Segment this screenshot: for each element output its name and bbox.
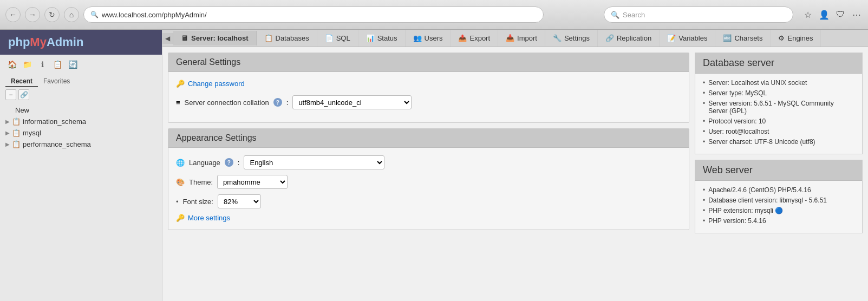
db-server-text-3: Server version: 5.6.51 - MySQL Community… (708, 100, 854, 115)
nav-tab-variables[interactable]: 📝 Variables (660, 30, 715, 47)
more-settings-link[interactable]: 🔑 More settings (176, 214, 681, 222)
web-server-item-1: • Apache/2.4.6 (CentOS) PHP/5.4.16 (703, 186, 854, 194)
language-select[interactable]: English French German Spanish (244, 155, 384, 169)
tab-recent[interactable]: Recent (5, 76, 38, 87)
settings-label: Settings (564, 34, 590, 42)
general-settings-title: General Settings (168, 53, 689, 72)
tab-favorites[interactable]: Favorites (38, 76, 75, 87)
phpmyadmin-logo: phpMyAdmin (8, 35, 83, 49)
star-icon[interactable]: ☆ (802, 9, 814, 21)
expand-icon: ▶ (5, 119, 10, 125)
variables-label: Variables (678, 34, 707, 42)
nav-tab-charsets[interactable]: 🔤 Charsets (715, 30, 771, 47)
web-server-text-3: PHP extension: mysqli 🔵 (708, 207, 783, 214)
font-size-select[interactable]: 75% 82% 90% 100% (218, 194, 261, 208)
new-database-item[interactable]: New (0, 104, 162, 116)
collation-icon: ≡ (176, 99, 180, 107)
sidebar-controls: − 🔗 (0, 87, 162, 102)
theme-select[interactable]: pmahomme original (217, 175, 288, 189)
appearance-settings-panel: Appearance Settings 🌐 Language ? : Engli… (168, 128, 689, 230)
back-button[interactable]: ← (5, 7, 21, 22)
status-icon: 📊 (366, 34, 375, 42)
search-icon: 🔍 (611, 11, 619, 19)
nav-tab-import[interactable]: 📥 Import (498, 30, 545, 47)
search-bar[interactable]: 🔍 Search (604, 6, 793, 23)
nav-tab-sql[interactable]: 📄 SQL (317, 30, 358, 47)
change-password-link[interactable]: 🔑 Change password (176, 80, 681, 88)
shield-icon[interactable]: 🛡 (834, 9, 846, 21)
db-icon: 📋 (12, 140, 21, 148)
bullet-icon: • (703, 186, 705, 194)
search-placeholder: Search (623, 11, 645, 19)
users-label: Users (425, 34, 443, 42)
import-label: Import (517, 34, 537, 42)
browser-chrome: ← → ↻ ⌂ 🔍 www.localhost.com/phpMyAdmin/ … (0, 0, 868, 30)
theme-icon: 🎨 (176, 178, 185, 186)
web-server-body: • Apache/2.4.6 (CentOS) PHP/5.4.16 • Dat… (695, 181, 862, 233)
database-server-title: Database server (695, 53, 862, 74)
home-button[interactable]: ⌂ (64, 7, 79, 22)
status-label: Status (377, 34, 397, 42)
db-item-performance-schema[interactable]: ▶ 📋 performance_schema (0, 139, 162, 150)
info-panel: Database server • Server: Localhost via … (695, 53, 863, 296)
database-server-box: Database server • Server: Localhost via … (695, 53, 863, 154)
app-container: phpMyAdmin 🏠 📁 ℹ 📋 🔄 Recent Favorites − … (0, 30, 868, 301)
logo-php: php (8, 35, 30, 49)
lock-icon: 🔍 (90, 11, 99, 18)
db-server-text-1: Server: Localhost via UNIX socket (708, 79, 807, 87)
reload-button[interactable]: ↻ (44, 7, 60, 22)
copy-sidebar-icon[interactable]: 📋 (51, 58, 64, 71)
nav-tab-settings[interactable]: 🔧 Settings (545, 30, 598, 47)
folder-sidebar-icon[interactable]: 📁 (21, 58, 34, 71)
collapse-all-button[interactable]: − (5, 89, 16, 100)
appearance-settings-title: Appearance Settings (168, 129, 689, 148)
import-icon: 📥 (506, 34, 514, 42)
db-server-text-5: User: root@localhost (708, 128, 769, 135)
nav-tab-export[interactable]: 📤 Export (451, 30, 498, 47)
nav-tab-replication[interactable]: 🔗 Replication (598, 30, 660, 47)
server-title-text: Server: localhost (191, 34, 249, 42)
charsets-icon: 🔤 (723, 34, 732, 42)
nav-tab-databases[interactable]: 📋 Databases (257, 30, 317, 47)
db-item-mysql[interactable]: ▶ 📋 mysql (0, 127, 162, 139)
info-sidebar-icon[interactable]: ℹ (36, 58, 49, 71)
engines-icon: ⚙ (778, 34, 785, 42)
logo-admin: Admin (47, 35, 83, 49)
nav-tab-status[interactable]: 📊 Status (358, 30, 406, 47)
sidebar: phpMyAdmin 🏠 📁 ℹ 📋 🔄 Recent Favorites − … (0, 30, 162, 301)
db-name: performance_schema (23, 140, 91, 148)
settings-panels: General Settings 🔑 Change password ≡ Ser… (168, 53, 689, 296)
language-label: Language (189, 159, 220, 167)
web-server-item-3: • PHP extension: mysqli 🔵 (703, 207, 854, 214)
export-label: Export (469, 34, 490, 42)
db-server-item-5: • User: root@localhost (703, 128, 854, 135)
settings-icon: 🔧 (553, 34, 562, 42)
language-row: 🌐 Language ? : English French German Spa… (176, 155, 681, 169)
db-server-item-6: • Server charset: UTF-8 Unicode (utf8) (703, 138, 854, 146)
nav-tab-users[interactable]: 👥 Users (406, 30, 451, 47)
link-button[interactable]: 🔗 (18, 89, 29, 100)
address-bar[interactable]: 🔍 www.localhost.com/phpMyAdmin/ (83, 6, 544, 23)
db-icon: 📋 (12, 129, 21, 137)
db-server-item-1: • Server: Localhost via UNIX socket (703, 79, 854, 87)
server-title: 🖥 Server: localhost (173, 31, 257, 45)
forward-button[interactable]: → (25, 7, 40, 22)
language-help-icon[interactable]: ? (225, 158, 233, 167)
nav-tab-engines[interactable]: ⚙ Engines (771, 30, 821, 47)
menu-icon[interactable]: ⋯ (851, 9, 863, 21)
home-sidebar-icon[interactable]: 🏠 (5, 58, 18, 71)
appearance-settings-body: 🌐 Language ? : English French German Spa… (168, 148, 689, 230)
more-settings-icon: 🔑 (176, 214, 185, 222)
refresh-sidebar-icon[interactable]: 🔄 (66, 58, 79, 71)
users-icon: 👥 (413, 34, 422, 42)
collation-help-icon[interactable]: ? (273, 98, 282, 107)
web-server-text-1: Apache/2.4.6 (CentOS) PHP/5.4.16 (708, 186, 811, 194)
db-server-text-4: Protocol version: 10 (708, 117, 766, 125)
db-item-information-schema[interactable]: ▶ 📋 information_schema (0, 116, 162, 127)
collation-select[interactable]: utf8mb4_unicode_ci utf8_general_ci latin… (292, 95, 412, 109)
sql-icon: 📄 (325, 34, 334, 42)
profile-icon[interactable]: 👤 (818, 9, 830, 21)
database-tree: New ▶ 📋 information_schema ▶ 📋 mysql ▶ 📋… (0, 102, 162, 301)
collapse-sidebar-button[interactable]: ◀ (162, 33, 173, 44)
sql-label: SQL (336, 34, 350, 42)
